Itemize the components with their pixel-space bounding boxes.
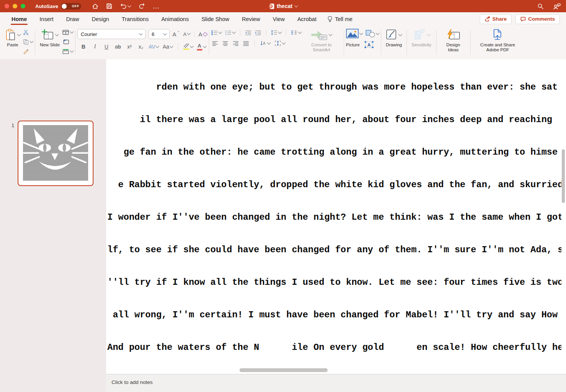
shrink-font-button[interactable]: A — [183, 31, 190, 37]
drawing-button[interactable]: Drawing — [383, 26, 405, 59]
close-window-button[interactable] — [5, 4, 9, 8]
document-title[interactable]: thecat — [277, 3, 292, 9]
slide-text-line: I wonder if I''ve been changed in the ni… — [107, 212, 561, 223]
undo-menu-chevron-icon[interactable] — [128, 4, 131, 8]
drawing-icon — [386, 29, 397, 41]
text-direction-button[interactable]: A — [260, 41, 270, 46]
minimize-window-button[interactable] — [13, 4, 17, 8]
create-share-adobe-pdf-button[interactable]: Create and Share Adobe PDF — [472, 26, 523, 59]
highlight-color-swatch — [183, 49, 189, 50]
bold-button[interactable]: B — [80, 44, 87, 50]
shapes-button[interactable] — [366, 30, 379, 38]
slide-thumbnail-panel: 1 — [0, 59, 107, 392]
format-painter-button[interactable] — [23, 48, 33, 55]
align-center-button[interactable] — [222, 41, 228, 46]
home-icon[interactable] — [92, 3, 98, 10]
clear-formatting-button[interactable]: A — [199, 31, 207, 38]
new-slide-button[interactable]: New Slide — [37, 26, 62, 59]
tab-acrobat[interactable]: Acrobat — [297, 12, 317, 26]
design-ideas-button[interactable]: Design Ideas — [438, 26, 468, 59]
bullets-button[interactable] — [211, 30, 221, 35]
tab-transitions[interactable]: Transitions — [122, 12, 149, 26]
slide-text-body[interactable]: rden with one eye; but to get through wa… — [107, 60, 561, 374]
sensitivity-button[interactable]: Sensitivity — [409, 26, 434, 59]
tab-design[interactable]: Design — [92, 12, 109, 26]
font-size-chevron-icon — [163, 32, 167, 36]
columns-button[interactable] — [291, 30, 301, 35]
justify-button[interactable] — [243, 41, 249, 46]
change-case-button[interactable]: Aa — [162, 44, 172, 50]
picture-button[interactable] — [346, 29, 363, 38]
autosave-toggle[interactable]: OFF — [61, 3, 81, 10]
character-spacing-button[interactable]: AV — [149, 44, 159, 50]
layout-menu-chevron-icon[interactable] — [70, 30, 74, 34]
copy-menu-chevron-icon[interactable] — [30, 39, 34, 43]
slide-number: 1 — [11, 122, 14, 128]
share-icon — [485, 16, 490, 22]
share-label: Share — [492, 16, 507, 22]
tab-slide-show[interactable]: Slide Show — [202, 12, 230, 26]
drawing-menu-chevron-icon — [399, 33, 402, 36]
more-commands-button[interactable]: … — [153, 4, 160, 8]
font-color-swatch — [197, 49, 202, 51]
text-box-button[interactable]: A — [364, 41, 374, 48]
share-button[interactable]: Share — [480, 14, 512, 24]
text-direction-chevron-icon — [267, 41, 271, 45]
tab-view[interactable]: View — [273, 12, 285, 26]
redo-button[interactable] — [138, 3, 145, 9]
tab-insert[interactable]: Insert — [39, 12, 53, 26]
cut-button[interactable] — [23, 29, 33, 36]
new-slide-menu-chevron-icon[interactable] — [55, 33, 59, 36]
copy-button[interactable] — [23, 38, 33, 45]
line-spacing-button[interactable] — [271, 30, 281, 35]
title-menu-chevron-icon[interactable] — [294, 4, 298, 8]
grow-font-button[interactable]: A⌃ — [172, 31, 180, 38]
sensitivity-menu-chevron-icon — [427, 33, 431, 36]
tab-review[interactable]: Review — [242, 12, 260, 26]
drawing-label: Drawing — [386, 42, 402, 47]
notes-pane[interactable]: Click to add notes — [106, 374, 566, 392]
strikethrough-button[interactable]: ab — [114, 44, 122, 50]
tab-animations[interactable]: Animations — [161, 12, 189, 26]
align-text-vertical-button[interactable] — [274, 41, 285, 46]
convert-to-smartart-button[interactable]: Convert to SmartArt — [301, 26, 342, 59]
tell-me-button[interactable]: Tell me — [327, 16, 353, 23]
font-size-select[interactable]: 6 — [148, 29, 170, 39]
design-ideas-label: Design Ideas — [441, 42, 466, 52]
decrease-indent-button[interactable] — [245, 30, 251, 35]
paste-menu-chevron-icon[interactable] — [17, 33, 21, 36]
increase-indent-button[interactable] — [255, 30, 261, 35]
presenter-coaching-icon[interactable] — [553, 3, 561, 10]
align-left-button[interactable] — [212, 41, 218, 46]
undo-button[interactable] — [120, 3, 131, 9]
search-icon[interactable] — [537, 3, 544, 10]
tab-draw[interactable]: Draw — [66, 12, 79, 26]
highlight-color-button[interactable] — [183, 44, 193, 50]
underline-button[interactable]: U — [103, 44, 110, 50]
slide-text-line: all wrong, I''m certain! I must have bee… — [107, 310, 561, 320]
slide-1-thumbnail[interactable] — [18, 121, 94, 186]
section-menu-chevron-icon[interactable] — [70, 49, 74, 53]
powerpoint-app-icon: P — [269, 3, 274, 9]
new-slide-icon — [41, 29, 54, 41]
vertical-scrollbar-thumb[interactable] — [562, 149, 565, 203]
zoom-window-button[interactable] — [21, 4, 25, 8]
comments-button[interactable]: Comments — [515, 14, 560, 24]
italic-button[interactable]: I — [91, 44, 99, 50]
align-right-button[interactable] — [233, 41, 239, 46]
font-name-select[interactable]: Courier — [77, 29, 146, 39]
paste-button[interactable]: Paste — [2, 26, 23, 59]
slide-text-line: rden with one eye; but to get through wa… — [107, 82, 561, 93]
superscript-button[interactable]: x² — [126, 44, 133, 50]
horizontal-scrollbar-thumb[interactable] — [240, 368, 328, 372]
font-color-button[interactable]: A — [197, 43, 206, 51]
save-icon[interactable] — [106, 3, 112, 9]
notes-placeholder: Click to add notes — [112, 379, 153, 385]
numbering-button[interactable]: 123 — [225, 30, 235, 35]
tab-home[interactable]: Home — [11, 12, 27, 26]
section-button[interactable] — [62, 48, 73, 55]
slide-layout-button[interactable] — [62, 29, 73, 36]
reset-slide-button[interactable] — [62, 38, 73, 45]
adobe-pdf-label: Create and Share Adobe PDF — [475, 42, 520, 52]
subscript-button[interactable]: x₂ — [137, 44, 145, 50]
